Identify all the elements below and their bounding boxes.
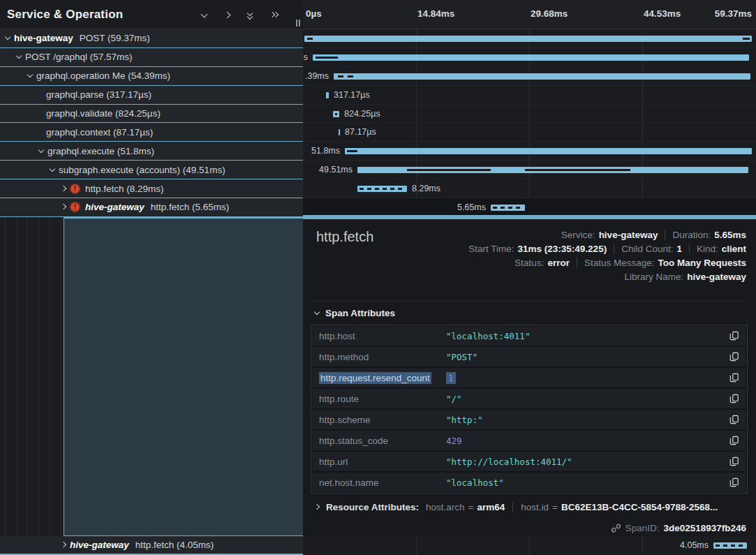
span-duration-bar[interactable] <box>334 73 750 80</box>
copy-icon[interactable] <box>729 331 739 341</box>
span-attributes-header[interactable]: Span Attributes <box>314 308 395 318</box>
child-span-markers <box>493 207 523 209</box>
collapse-all-icon[interactable] <box>245 10 255 20</box>
timeline-tick: 59.37ms <box>715 8 752 19</box>
span-duration-bar[interactable] <box>357 186 407 192</box>
tree-row[interactable]: !hive-gatewayhttp.fetch (5.65ms) <box>0 198 303 217</box>
copy-icon[interactable] <box>729 478 739 487</box>
span-service-name: hive-gateway <box>14 33 73 43</box>
meta-label: Status Message: <box>584 258 655 268</box>
attribute-row: http.method"POST" <box>312 347 746 367</box>
tree-row[interactable]: graphql.validate (824.25µs) <box>0 105 303 124</box>
timeline-row[interactable]: 51.8ms <box>303 142 756 161</box>
meta-value: 31ms (23:35:49.225) <box>518 244 607 254</box>
span-title: http.fetch <box>316 229 373 245</box>
tree-row-bottom[interactable]: hive-gatewayhttp.fetch (4.05ms) <box>0 536 303 555</box>
chevron-down-icon[interactable] <box>14 54 24 60</box>
timeline-rows: s.39ms317.17µs824.25µs87.17µs51.8ms49.51… <box>303 29 756 217</box>
tree-row[interactable]: !http.fetch (8.29ms) <box>0 179 303 198</box>
copy-icon[interactable] <box>729 394 739 404</box>
chevron-down-icon[interactable] <box>47 167 57 173</box>
span-duration-bar[interactable] <box>304 36 752 42</box>
span-id-value: 3de02518937fb246 <box>663 523 746 533</box>
chevron-right-icon[interactable] <box>59 186 68 192</box>
link-icon[interactable] <box>611 523 621 533</box>
span-label: graphql.context (87.17µs) <box>46 127 153 138</box>
divider <box>665 230 665 240</box>
chevron-down-icon[interactable] <box>3 35 13 41</box>
span-duration-bar[interactable] <box>313 54 749 61</box>
resource-value: arm64 <box>477 502 505 512</box>
equals-sign: = <box>468 502 474 512</box>
tree-row[interactable]: graphql.parse (317.17µs) <box>0 86 303 105</box>
resource-value: BC62E13B-C4CC-5854-9788-2568... <box>561 502 718 512</box>
copy-icon[interactable] <box>729 436 739 445</box>
meta-value: client <box>722 244 746 254</box>
copy-icon[interactable] <box>729 415 739 424</box>
attribute-key: http.method <box>319 352 446 362</box>
attribute-row: http.request.resend_count1 <box>312 368 746 387</box>
span-label: http.fetch (8.29ms) <box>85 184 164 194</box>
collapse-one-icon[interactable] <box>199 10 209 20</box>
divider <box>512 502 513 512</box>
copy-icon[interactable] <box>729 352 739 362</box>
meta-value: error <box>547 258 570 268</box>
span-duration-bar[interactable] <box>713 542 747 549</box>
child-span-marker <box>307 38 313 40</box>
tree-row[interactable]: hive-gatewayPOST (59.37ms) <box>0 29 303 48</box>
span-duration-bar[interactable] <box>326 92 329 98</box>
chevron-down-icon[interactable] <box>36 148 46 154</box>
panel-splitter[interactable] <box>296 20 300 27</box>
chevron-right-icon[interactable] <box>59 542 68 548</box>
bar-duration-label: 5.65ms <box>457 202 486 212</box>
timeline-header: 0µs14.84ms29.68ms44.53ms59.37ms <box>303 0 756 29</box>
attribute-key: http.url <box>319 457 446 467</box>
timeline-row[interactable]: 5.65ms <box>303 198 756 217</box>
tree-row[interactable]: POST /graphql (57.57ms) <box>0 48 303 67</box>
resource-attribute: host.arch=arm64 <box>426 502 505 512</box>
timeline-row[interactable]: .39ms <box>303 67 756 86</box>
attribute-value: 1 <box>446 373 456 383</box>
expand-one-icon[interactable] <box>222 10 232 20</box>
text-selection: 1 <box>446 372 456 384</box>
timeline-row[interactable]: 317.17µs <box>303 86 756 105</box>
attribute-key: http.route <box>319 394 446 404</box>
timeline-row[interactable]: 49.51ms <box>303 161 756 179</box>
timeline-row[interactable]: 824.25µs <box>303 105 756 124</box>
tree-row[interactable]: graphql.context (87.17µs) <box>0 123 303 142</box>
child-span-marker <box>316 57 338 59</box>
span-tree-panel: Service & Operation hive-gatewayPOST (59… <box>0 0 303 555</box>
meta-value: 5.65ms <box>714 230 746 240</box>
chevron-down-icon[interactable] <box>25 73 35 79</box>
copy-icon[interactable] <box>729 457 739 466</box>
timeline-row[interactable]: 87.17µs <box>303 123 756 142</box>
child-span-marker <box>348 75 353 77</box>
attribute-key: http.status_code <box>319 436 446 446</box>
attribute-value: "http:" <box>446 415 483 425</box>
timeline-row[interactable] <box>303 29 756 48</box>
meta-line: Status:errorStatus Message:Too Many Requ… <box>468 258 746 268</box>
attribute-key: http.scheme <box>319 415 446 425</box>
tree-row-bottom-content[interactable]: hive-gatewayhttp.fetch (4.05ms) <box>0 535 214 554</box>
divider <box>577 258 577 268</box>
bar-duration-label: s <box>304 52 308 62</box>
attribute-value: "http://localhost:4011/" <box>446 457 572 467</box>
chevron-right-icon[interactable] <box>59 204 68 210</box>
tree-row[interactable]: graphql.execute (51.8ms) <box>0 142 303 161</box>
chevron-down-icon <box>314 310 320 316</box>
span-duration-bar[interactable] <box>339 129 340 135</box>
span-id-label: SpanID: <box>625 523 660 533</box>
timeline-row[interactable]: 8.29ms <box>303 179 756 198</box>
child-span-marker <box>347 150 357 152</box>
span-duration-bar[interactable] <box>491 205 525 211</box>
tree-row[interactable]: subgraph.execute (accounts) (49.51ms) <box>0 161 303 179</box>
tree-row[interactable]: graphql.operation Me (54.39ms) <box>0 67 303 86</box>
meta-label: Library Name: <box>624 272 683 282</box>
span-duration-bar[interactable] <box>345 148 752 154</box>
expand-all-icon[interactable] <box>268 10 278 20</box>
span-label: http.fetch (5.65ms) <box>151 202 230 212</box>
resource-attributes-row[interactable]: Resource Attributes: host.arch=arm64host… <box>314 502 746 512</box>
copy-icon[interactable] <box>729 373 739 383</box>
timeline-row[interactable]: s <box>303 48 756 67</box>
span-label: graphql.operation Me (54.39ms) <box>36 71 170 81</box>
